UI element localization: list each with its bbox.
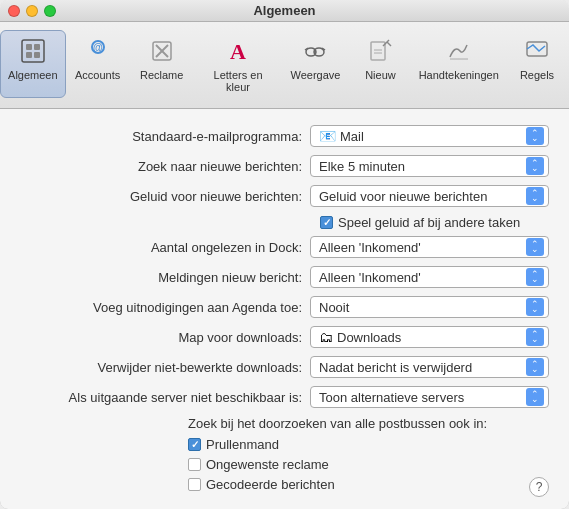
- title-bar: Algemeen: [0, 0, 569, 22]
- svg-text:A: A: [230, 39, 246, 64]
- algemeen-icon: [17, 35, 49, 67]
- checkbox-label-prullenmand: Prullenmand: [206, 437, 279, 452]
- toolbar-item-nieuw[interactable]: Nieuw: [348, 30, 412, 98]
- checkbox-prullenmand[interactable]: [188, 438, 201, 451]
- select-downloads-value: Downloads: [337, 330, 401, 345]
- form-row-verwijder: Verwijder niet-bewerkte downloads: Nadat…: [20, 356, 549, 378]
- select-geluid[interactable]: Geluid voor nieuwe berichten: [310, 185, 549, 207]
- minimize-button[interactable]: [26, 5, 38, 17]
- label-ongelezen: Aantal ongelezen in Dock:: [20, 240, 310, 255]
- svg-rect-1: [26, 44, 32, 50]
- toolbar-item-weergave[interactable]: Weergave: [282, 30, 348, 98]
- mail-icon: 📧: [319, 128, 336, 144]
- form-row-zoek: Zoek naar nieuwe berichten: Elke 5 minut…: [20, 155, 549, 177]
- checkbox-reclame[interactable]: [188, 458, 201, 471]
- select-downloads-arrow: [526, 328, 544, 346]
- select-uitnodigingen[interactable]: Nooit: [310, 296, 549, 318]
- sound-checkbox[interactable]: [320, 216, 333, 229]
- toolbar-item-handtekeningen[interactable]: Handtekeningen: [412, 30, 505, 98]
- toolbar-label-algemeen: Algemeen: [8, 69, 58, 81]
- select-geluid-arrow: [526, 187, 544, 205]
- form-row-downloads: Map voor downloads: 🗂 Downloads: [20, 326, 549, 348]
- toolbar-label-nieuw: Nieuw: [365, 69, 396, 81]
- select-meldingen[interactable]: Alleen 'Inkomend': [310, 266, 549, 288]
- form-row-geluid: Geluid voor nieuwe berichten: Geluid voo…: [20, 185, 549, 207]
- section-label-postbussen: Zoek bij het doorzoeken van alle postbus…: [188, 416, 549, 431]
- svg-rect-0: [22, 40, 44, 62]
- reclame-icon: [146, 35, 178, 67]
- control-zoek: Elke 5 minuten: [310, 155, 549, 177]
- toolbar-label-letters: Letters en kleur: [205, 69, 272, 93]
- traffic-lights: [8, 5, 56, 17]
- select-ongelezen[interactable]: Alleen 'Inkomend': [310, 236, 549, 258]
- checkbox-row-reclame: Ongewenste reclame: [188, 457, 549, 472]
- regels-icon: [521, 35, 553, 67]
- toolbar-label-handtekeningen: Handtekeningen: [419, 69, 499, 81]
- select-verwijder-value: Nadat bericht is verwijderd: [319, 360, 472, 375]
- sound-checkbox-label: Speel geluid af bij andere taken: [338, 215, 520, 230]
- select-zoek-arrow: [526, 157, 544, 175]
- select-meldingen-value: Alleen 'Inkomend': [319, 270, 421, 285]
- toolbar: Algemeen @ Accounts Reclame: [0, 22, 569, 109]
- select-geluid-value: Geluid voor nieuwe berichten: [319, 189, 487, 204]
- select-email[interactable]: 📧 Mail: [310, 125, 549, 147]
- label-meldingen: Meldingen nieuw bericht:: [20, 270, 310, 285]
- toolbar-item-regels[interactable]: Regels: [505, 30, 569, 98]
- select-meldingen-arrow: [526, 268, 544, 286]
- window-title: Algemeen: [253, 3, 315, 18]
- checkbox-label-gecodeerd: Gecodeerde berichten: [206, 477, 335, 492]
- checkbox-row-prullenmand: Prullenmand: [188, 437, 549, 452]
- select-server-arrow: [526, 388, 544, 406]
- form-row-email: Standaard-e-mailprogramma: 📧 Mail: [20, 125, 549, 147]
- select-email-value: Mail: [340, 129, 364, 144]
- control-verwijder: Nadat bericht is verwijderd: [310, 356, 549, 378]
- toolbar-item-algemeen[interactable]: Algemeen: [0, 30, 66, 98]
- letters-icon: A: [222, 35, 254, 67]
- accounts-icon: @: [82, 35, 114, 67]
- select-downloads[interactable]: 🗂 Downloads: [310, 326, 549, 348]
- select-uitnodigingen-arrow: [526, 298, 544, 316]
- help-button[interactable]: ?: [529, 477, 549, 497]
- toolbar-label-accounts: Accounts: [75, 69, 120, 81]
- nieuw-icon: [364, 35, 396, 67]
- checkbox-label-reclame: Ongewenste reclame: [206, 457, 329, 472]
- select-uitnodigingen-value: Nooit: [319, 300, 349, 315]
- weergave-icon: [299, 35, 331, 67]
- label-zoek: Zoek naar nieuwe berichten:: [20, 159, 310, 174]
- svg-rect-4: [34, 52, 40, 58]
- label-geluid: Geluid voor nieuwe berichten:: [20, 189, 310, 204]
- select-verwijder-arrow: [526, 358, 544, 376]
- main-window: Algemeen Algemeen @ Acc: [0, 0, 569, 509]
- select-server-value: Toon alternatieve servers: [319, 390, 464, 405]
- form-row-meldingen: Meldingen nieuw bericht: Alleen 'Inkomen…: [20, 266, 549, 288]
- downloads-folder-icon: 🗂: [319, 329, 333, 345]
- label-uitnodigingen: Voeg uitnodigingen aan Agenda toe:: [20, 300, 310, 315]
- svg-line-18: [387, 42, 391, 46]
- label-server: Als uitgaande server niet beschikbaar is…: [20, 390, 310, 405]
- toolbar-item-letters[interactable]: A Letters en kleur: [194, 30, 283, 98]
- svg-rect-2: [34, 44, 40, 50]
- select-ongelezen-value: Alleen 'Inkomend': [319, 240, 421, 255]
- select-email-arrow: [526, 127, 544, 145]
- toolbar-item-reclame[interactable]: Reclame: [130, 30, 194, 98]
- toolbar-item-accounts[interactable]: @ Accounts: [66, 30, 130, 98]
- control-geluid: Geluid voor nieuwe berichten: [310, 185, 549, 207]
- label-verwijder: Verwijder niet-bewerkte downloads:: [20, 360, 310, 375]
- select-server[interactable]: Toon alternatieve servers: [310, 386, 549, 408]
- maximize-button[interactable]: [44, 5, 56, 17]
- control-meldingen: Alleen 'Inkomend': [310, 266, 549, 288]
- control-email: 📧 Mail: [310, 125, 549, 147]
- checkbox-row-gecodeerd: Gecodeerde berichten: [188, 477, 549, 492]
- select-zoek[interactable]: Elke 5 minuten: [310, 155, 549, 177]
- select-verwijder[interactable]: Nadat bericht is verwijderd: [310, 356, 549, 378]
- sound-checkbox-row: Speel geluid af bij andere taken: [320, 215, 549, 230]
- close-button[interactable]: [8, 5, 20, 17]
- label-email: Standaard-e-mailprogramma:: [20, 129, 310, 144]
- control-downloads: 🗂 Downloads: [310, 326, 549, 348]
- control-uitnodigingen: Nooit: [310, 296, 549, 318]
- form-row-uitnodigingen: Voeg uitnodigingen aan Agenda toe: Nooit: [20, 296, 549, 318]
- label-downloads: Map voor downloads:: [20, 330, 310, 345]
- checkbox-gecodeerd[interactable]: [188, 478, 201, 491]
- toolbar-label-reclame: Reclame: [140, 69, 183, 81]
- toolbar-label-weergave: Weergave: [290, 69, 340, 81]
